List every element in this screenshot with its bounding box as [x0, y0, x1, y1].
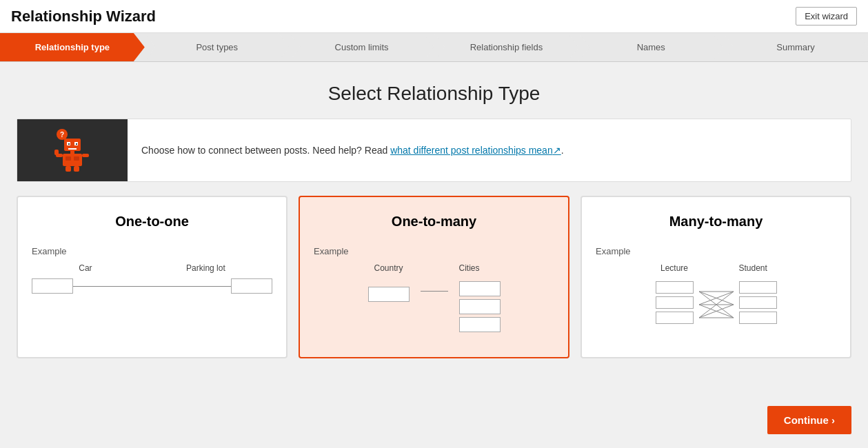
svg-rect-6	[76, 143, 77, 145]
robot-illustration: ?	[17, 119, 128, 181]
svg-rect-11	[74, 156, 79, 161]
svg-rect-14	[54, 150, 59, 155]
svg-rect-7	[68, 148, 77, 150]
step-summary[interactable]: Summary	[723, 33, 868, 61]
one-to-one-card[interactable]: One-to-one Example Car Parking lot	[17, 196, 287, 358]
svg-rect-8	[70, 151, 74, 154]
svg-text:?: ?	[60, 131, 64, 139]
one-to-many-example-label: Example	[314, 246, 554, 256]
many-to-many-connector	[699, 285, 734, 340]
one-to-one-title: One-to-one	[32, 214, 272, 230]
diag-box-right	[231, 278, 272, 294]
step-relationship-type[interactable]: Relationship type	[0, 33, 145, 61]
svg-rect-5	[68, 143, 70, 145]
one-to-many-title: One-to-many	[314, 214, 554, 230]
step-custom-limits[interactable]: Custom limits	[290, 33, 434, 61]
footer: Continue ›	[767, 406, 851, 434]
one-to-one-example-label: Example	[32, 246, 272, 256]
svg-rect-10	[65, 156, 71, 161]
app-title: Relationship Wizard	[11, 8, 156, 26]
continue-button[interactable]: Continue ›	[767, 406, 851, 434]
help-link[interactable]: what different post relationships mean↗	[390, 145, 561, 156]
svg-rect-16	[74, 166, 79, 172]
step-relationship-fields[interactable]: Relationship fields	[434, 33, 578, 61]
exit-wizard-button[interactable]: Exit wizard	[796, 7, 857, 26]
main-content: Select Relationship Type ?	[0, 62, 868, 372]
many-to-many-card[interactable]: Many-to-many Example Lecture	[581, 196, 851, 358]
relationship-type-cards: One-to-one Example Car Parking lot One-t…	[17, 196, 851, 358]
wizard-steps: Relationship type Post types Custom limi…	[0, 33, 868, 62]
many-to-many-example-label: Example	[596, 246, 836, 256]
header: Relationship Wizard Exit wizard	[0, 0, 868, 33]
step-post-types[interactable]: Post types	[145, 33, 290, 61]
one-to-one-diagram: Car Parking lot	[32, 263, 272, 294]
info-text: Choose how to connect between posts. Nee…	[128, 134, 578, 167]
one-to-many-diagram: Country Cities	[314, 263, 554, 332]
info-banner: ?	[17, 119, 851, 182]
many-to-many-title: Many-to-many	[596, 214, 836, 230]
svg-rect-15	[65, 166, 71, 172]
svg-rect-13	[82, 154, 89, 157]
page-title: Select Relationship Type	[17, 83, 851, 105]
diag-line	[73, 286, 231, 287]
many-to-many-diagram: Lecture	[596, 263, 836, 340]
step-names[interactable]: Names	[578, 33, 723, 61]
one-to-many-card[interactable]: One-to-many Example Country Cities	[299, 196, 569, 358]
diag-box-left	[32, 278, 73, 294]
